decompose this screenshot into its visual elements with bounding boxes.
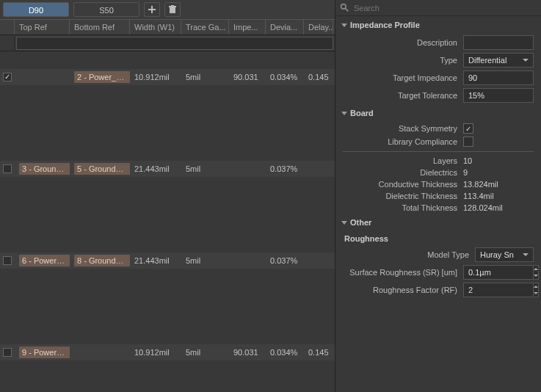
input-target-tolerance[interactable] bbox=[463, 88, 534, 103]
row-checkbox[interactable] bbox=[3, 164, 12, 173]
tab-s50[interactable]: S50 bbox=[73, 2, 139, 17]
roughness-subhead: Roughness bbox=[335, 231, 541, 246]
grid-header: Top Ref Bottom Ref Width (W1) Trace Ga..… bbox=[0, 19, 335, 35]
row-checkbox[interactable] bbox=[3, 256, 12, 265]
table-row[interactable]: 6 - Power_in...8 - Ground_i...21.443mil5… bbox=[0, 253, 335, 269]
search-row bbox=[335, 0, 541, 16]
select-model-type-value: Huray Sn bbox=[480, 250, 514, 259]
svg-rect-3 bbox=[169, 6, 176, 7]
cell-gap: 5mil bbox=[181, 162, 229, 175]
label-diel-thickness: Dielectric Thickness bbox=[343, 192, 457, 200]
cell-width: 10.912mil bbox=[130, 70, 181, 84]
trash-icon bbox=[168, 5, 177, 14]
step-down-icon[interactable] bbox=[534, 290, 538, 297]
stepper-roughness-factor[interactable] bbox=[463, 283, 534, 297]
select-type[interactable]: Differential bbox=[463, 53, 534, 68]
label-cond-thickness: Conductive Thickness bbox=[343, 180, 457, 189]
cell-deviation: 0.037% bbox=[266, 254, 304, 267]
cell-width: 21.443mil bbox=[130, 254, 181, 267]
value-cond-thickness: 13.824mil bbox=[463, 180, 534, 189]
step-up-icon[interactable] bbox=[534, 283, 538, 290]
label-library-compliance: Library Compliance bbox=[343, 137, 457, 146]
label-stack-symmetry: Stack Symmetry bbox=[343, 124, 457, 133]
cell-top-ref: 9 - Power_Bot bbox=[15, 346, 70, 359]
cell-gap: 5mil bbox=[181, 70, 229, 84]
row-checkbox[interactable] bbox=[3, 348, 12, 357]
label-dielectrics: Dielectrics bbox=[343, 168, 457, 177]
cell-bottom-ref: 2 - Power_M... bbox=[70, 70, 130, 84]
input-roughness-factor[interactable] bbox=[463, 283, 534, 297]
col-trace-gap[interactable]: Trace Ga... bbox=[181, 20, 229, 35]
cell-deviation: 0.034% bbox=[266, 346, 304, 359]
svg-rect-1 bbox=[148, 9, 156, 10]
cell-width: 21.443mil bbox=[130, 162, 181, 175]
table-row[interactable]: 9 - Power_Bot10.912mil5mil90.0310.034%0.… bbox=[0, 344, 335, 360]
table-row[interactable]: 2 - Power_M...10.912mil5mil90.0310.034%0… bbox=[0, 69, 335, 85]
cell-top-ref bbox=[15, 75, 70, 79]
input-surface-roughness[interactable] bbox=[463, 265, 534, 280]
cell-impedance: 90.031 bbox=[229, 70, 266, 84]
cell-top-ref: 3 - Ground_... bbox=[15, 162, 70, 175]
row-checkbox[interactable] bbox=[3, 73, 12, 81]
step-up-icon[interactable] bbox=[534, 266, 538, 272]
value-diel-thickness: 113.4mil bbox=[463, 192, 534, 200]
section-other[interactable]: Other bbox=[335, 214, 541, 231]
input-description[interactable] bbox=[463, 35, 534, 50]
label-type: Type bbox=[343, 56, 457, 65]
cell-bottom-ref: 8 - Ground_i... bbox=[70, 254, 130, 267]
value-dielectrics: 9 bbox=[463, 168, 534, 177]
cell-delay bbox=[304, 167, 333, 171]
filter-input[interactable] bbox=[16, 37, 333, 50]
value-total-thickness: 128.024mil bbox=[463, 203, 534, 212]
input-target-impedance[interactable] bbox=[463, 70, 534, 85]
stepper-surface-roughness[interactable] bbox=[463, 265, 534, 280]
cell-deviation: 0.037% bbox=[266, 162, 304, 175]
label-roughness-factor: Roughness Factor (RF) bbox=[343, 286, 457, 294]
filter-row bbox=[0, 35, 335, 51]
cell-deviation: 0.034% bbox=[266, 70, 304, 84]
svg-rect-4 bbox=[171, 5, 174, 6]
label-model-type: Model Type bbox=[343, 250, 469, 259]
label-layers: Layers bbox=[343, 156, 457, 165]
cell-bottom-ref bbox=[70, 350, 130, 355]
label-total-thickness: Total Thickness bbox=[343, 203, 457, 212]
cell-impedance bbox=[229, 167, 266, 171]
checkbox-stack-symmetry[interactable] bbox=[463, 123, 473, 134]
col-impedance[interactable]: Impe... bbox=[229, 20, 266, 35]
step-down-icon[interactable] bbox=[534, 272, 538, 279]
label-description: Description bbox=[343, 38, 457, 47]
label-target-tolerance: Target Tolerance bbox=[343, 91, 457, 100]
cell-gap: 5mil bbox=[181, 254, 229, 267]
col-deviation[interactable]: Devia... bbox=[266, 20, 304, 35]
cell-delay bbox=[304, 258, 333, 263]
search-icon bbox=[340, 3, 349, 12]
cell-top-ref: 6 - Power_in... bbox=[15, 254, 70, 267]
select-type-value: Differential bbox=[468, 56, 506, 65]
delete-button[interactable] bbox=[164, 2, 181, 17]
cell-delay: 0.145 bbox=[304, 70, 333, 84]
col-delay[interactable]: Delay... bbox=[304, 20, 333, 35]
svg-line-6 bbox=[345, 8, 348, 11]
label-surface-roughness: Surface Roughness (SR) [um] bbox=[343, 268, 457, 277]
tab-d90[interactable]: D90 bbox=[3, 2, 69, 17]
plus-icon bbox=[148, 5, 156, 14]
table-row[interactable]: 3 - Ground_...5 - Ground_i...21.443mil5m… bbox=[0, 161, 335, 177]
chevron-down-icon bbox=[523, 59, 529, 62]
svg-rect-2 bbox=[170, 7, 175, 13]
col-bottom-ref[interactable]: Bottom Ref bbox=[70, 20, 130, 35]
add-button[interactable] bbox=[144, 2, 160, 17]
section-impedance-profile[interactable]: Impedance Profile bbox=[335, 16, 541, 34]
select-model-type[interactable]: Huray Sn bbox=[475, 247, 534, 262]
cell-gap: 5mil bbox=[181, 346, 229, 359]
col-width[interactable]: Width (W1) bbox=[130, 20, 181, 35]
svg-point-5 bbox=[341, 4, 346, 10]
checkbox-library-compliance[interactable] bbox=[463, 137, 473, 147]
label-target-impedance: Target Impedance bbox=[343, 73, 457, 82]
grid-body[interactable]: 2 - Power_M...10.912mil5mil90.0310.034%0… bbox=[0, 51, 335, 392]
cell-impedance: 90.031 bbox=[229, 346, 266, 359]
search-input[interactable] bbox=[354, 4, 537, 12]
cell-delay: 0.145 bbox=[304, 346, 333, 359]
section-board[interactable]: Board bbox=[335, 104, 541, 122]
col-top-ref[interactable]: Top Ref bbox=[15, 20, 70, 35]
chevron-down-icon bbox=[523, 253, 529, 256]
